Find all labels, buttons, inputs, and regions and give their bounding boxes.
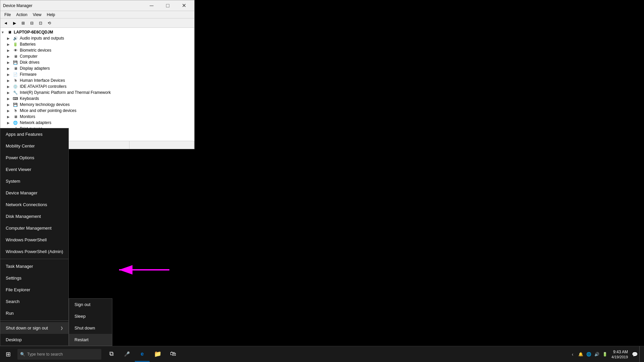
taskbar-file-explorer[interactable]: 📁 (150, 347, 165, 362)
tray-volume[interactable]: 🔊 (593, 346, 600, 362)
window-menubar: File Action View Help (0, 11, 194, 18)
tree-item[interactable]: ▶🔋Batteries (0, 41, 194, 47)
winx-power-options[interactable]: Power Options (0, 152, 68, 164)
menu-separator1 (0, 259, 68, 259)
tray-action-center[interactable]: 💬 (631, 346, 638, 362)
winx-disk-management[interactable]: Disk Management (0, 210, 68, 222)
tray-notification[interactable]: 🔔 (577, 346, 584, 362)
volume-icon: 🔊 (594, 352, 599, 357)
minimize-button[interactable]: ─ (144, 1, 159, 11)
tree-item[interactable]: ▶🖥Monitors (0, 114, 194, 120)
winx-shutdown-signout[interactable]: Shut down or sign out ❯ (0, 322, 68, 334)
winx-settings[interactable]: Settings (0, 272, 68, 284)
tray-time: 9:43 AM (613, 350, 628, 354)
window-controls: ─ □ ✕ (144, 1, 192, 11)
winx-apps-features[interactable]: Apps and Features (0, 128, 68, 140)
taskbar-store[interactable]: 🛍 (166, 347, 180, 362)
tray-date: 4/19/2019 (611, 355, 628, 359)
toolbar-forward[interactable]: ▶ (10, 19, 18, 27)
computer-name: LAPTOP-6E6CQDJM (14, 30, 53, 35)
expand-icon: ▼ (1, 31, 6, 34)
taskbar-cortana[interactable]: 🎤 (119, 347, 134, 362)
show-desktop-button[interactable] (639, 346, 641, 362)
statusbar-section2 (65, 141, 130, 149)
taskbar-task-view[interactable]: ⧉ (104, 347, 119, 362)
tree-item[interactable]: ▶🖥Computer (0, 53, 194, 59)
winx-search[interactable]: Search (0, 296, 68, 307)
tree-item[interactable]: ▶👁Biometric devices (0, 47, 194, 53)
menu-view[interactable]: View (30, 12, 44, 18)
winx-powershell-admin[interactable]: Windows PowerShell (Admin) (0, 246, 68, 257)
edge-icon: e (141, 351, 144, 357)
tray-clock[interactable]: 9:43 AM 4/19/2019 (609, 346, 630, 362)
toolbar-btn2[interactable]: ⊟ (28, 19, 36, 27)
toolbar-btn3[interactable]: ⊡ (37, 19, 45, 27)
tree-item[interactable]: ▶🖥Display adapters (0, 65, 194, 71)
toolbar-btn1[interactable]: ⊞ (19, 19, 27, 27)
menu-action[interactable]: Action (13, 12, 30, 18)
tree-item[interactable]: ▶🔧Intel(R) Dynamic Platform and Thermal … (0, 89, 194, 96)
winx-computer-management[interactable]: Computer Management (0, 222, 68, 234)
tray-expand[interactable]: ‹ (569, 346, 576, 362)
winx-powershell[interactable]: Windows PowerShell (0, 234, 68, 246)
winx-run[interactable]: Run (0, 307, 68, 319)
winx-device-manager[interactable]: Device Manager (0, 187, 68, 199)
window-toolbar: ◄ ▶ ⊞ ⊟ ⊡ ⟲ (0, 18, 194, 28)
search-icon: 🔍 (20, 352, 25, 357)
toolbar-refresh[interactable]: ⟲ (45, 19, 53, 27)
submenu-restart[interactable]: Restart (69, 334, 112, 346)
tree-item[interactable]: ▶🔊Audio inputs and outputs (0, 35, 194, 41)
store-icon: 🛍 (170, 350, 176, 357)
winx-context-menu: Apps and Features Mobility Center Power … (0, 128, 69, 346)
winx-mobility-center[interactable]: Mobility Center (0, 140, 68, 152)
tree-item[interactable]: ▶💾Memory technology devices (0, 102, 194, 108)
winx-network-connections[interactable]: Network Connections (0, 199, 68, 210)
winx-desktop[interactable]: Desktop (0, 334, 68, 346)
task-view-icon: ⧉ (109, 350, 114, 357)
taskbar: ⊞ 🔍 Type here to search ⧉ 🎤 e 📁 🛍 ‹ 🔔 🌐 (0, 346, 644, 362)
arrow-svg (112, 265, 173, 275)
expand-tray-icon: ‹ (572, 352, 574, 357)
menu-help[interactable]: Help (44, 12, 58, 18)
tree-item[interactable]: ▶💾Disk drives (0, 59, 194, 65)
tray-network[interactable]: 🌐 (585, 346, 592, 362)
tree-item[interactable]: ▶📄Firmware (0, 71, 194, 77)
notification-icon: 🔔 (578, 352, 583, 357)
window-titlebar: Device Manager ─ □ ✕ (0, 0, 194, 11)
taskbar-search[interactable]: 🔍 Type here to search (17, 349, 101, 360)
tree-item[interactable]: ▶🖱Mice and other pointing devices (0, 108, 194, 114)
shutdown-submenu: Sign out Sleep Shut down Restart (69, 298, 112, 346)
winx-system[interactable]: System (0, 175, 68, 187)
action-center-icon: 💬 (632, 352, 638, 357)
tree-root[interactable]: ▼ 🖥 LAPTOP-6E6CQDJM (0, 29, 194, 35)
computer-icon: 🖥 (6, 29, 12, 35)
submenu-sign-out[interactable]: Sign out (69, 299, 112, 310)
device-manager-window: Device Manager ─ □ ✕ File Action View He… (0, 0, 195, 149)
tree-item[interactable]: ▶⌨Keyboards (0, 96, 194, 102)
device-tree: ▼ 🖥 LAPTOP-6E6CQDJM ▶🔊Audio inputs and o… (0, 28, 194, 141)
window-title: Device Manager (3, 3, 144, 8)
winx-file-explorer[interactable]: File Explorer (0, 284, 68, 296)
winx-task-manager[interactable]: Task Manager (0, 260, 68, 272)
network-icon: 🌐 (586, 352, 591, 357)
tray-battery[interactable]: 🔋 (601, 346, 608, 362)
winx-event-viewer[interactable]: Event Viewer (0, 164, 68, 175)
menu-separator2 (0, 320, 68, 321)
windows-icon: ⊞ (6, 351, 11, 358)
start-button[interactable]: ⊞ (0, 346, 16, 362)
submenu-shut-down[interactable]: Shut down (69, 322, 112, 334)
taskbar-tray: ‹ 🔔 🌐 🔊 🔋 9:43 AM 4/19/2019 💬 (567, 346, 644, 362)
tree-item[interactable]: ▶💿IDE ATA/ATAPI controllers (0, 83, 194, 89)
maximize-button[interactable]: □ (160, 1, 175, 11)
close-button[interactable]: ✕ (176, 1, 192, 11)
chevron-right-icon: ❯ (60, 326, 63, 330)
cortana-icon: 🎤 (124, 351, 130, 357)
search-placeholder: Type here to search (27, 352, 63, 357)
submenu-sleep[interactable]: Sleep (69, 310, 112, 322)
arrow-annotation (112, 265, 173, 275)
tree-item[interactable]: ▶🖱Human Interface Devices (0, 77, 194, 83)
tree-item[interactable]: ▶🌐Network adapters (0, 120, 194, 126)
menu-file[interactable]: File (2, 12, 13, 18)
taskbar-edge[interactable]: e (135, 347, 150, 362)
toolbar-back[interactable]: ◄ (2, 19, 10, 27)
